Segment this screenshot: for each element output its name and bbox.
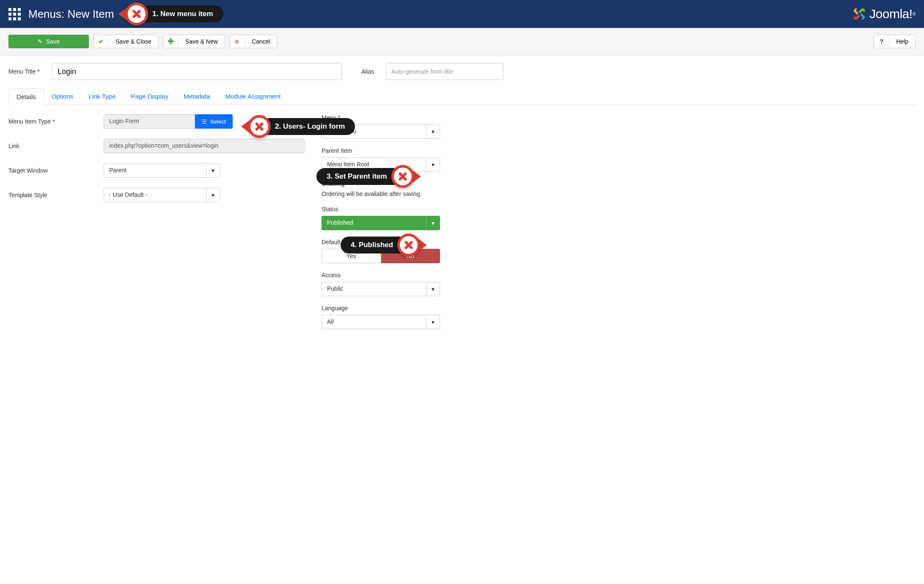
access-dropdown[interactable]: Public ▾ [322, 282, 440, 296]
joomla-logo: Joomla!® [851, 6, 916, 22]
default-page-yes[interactable]: Yes [322, 249, 381, 263]
menu-title-input[interactable] [52, 63, 342, 80]
chevron-down-icon: ▾ [426, 315, 440, 329]
save-button[interactable]: ✎ Save [8, 35, 89, 48]
tab-options[interactable]: Options [44, 88, 81, 105]
ordering-label: Ordering [322, 180, 440, 187]
chevron-down-icon: ▾ [206, 164, 220, 177]
chevron-down-icon: ▾ [426, 282, 440, 296]
menu-item-type-label: Menu Item Type * [8, 118, 104, 125]
tab-module-assignment[interactable]: Module Assignment [217, 88, 288, 105]
menu-dropdown[interactable]: Main Menu ▾ [322, 124, 440, 139]
language-label: Language [322, 305, 440, 311]
language-dropdown[interactable]: All ▾ [322, 315, 440, 329]
link-value: index.php?option=com_users&view=login [104, 139, 305, 153]
tab-details[interactable]: Details [8, 88, 44, 105]
access-label: Access [322, 272, 440, 278]
sidebar-toggle-icon[interactable] [8, 8, 21, 20]
page-title: Menus: New Item [28, 8, 114, 21]
parent-item-dropdown[interactable]: Menu Item Root ▾ [322, 157, 440, 172]
menu-item-type-select-button[interactable]: ☰ Select [195, 114, 233, 129]
help-button[interactable]: ? Help [874, 35, 916, 48]
default-page-radio: Yes No [322, 249, 440, 263]
save-close-button[interactable]: ✔ Save & Close [93, 35, 159, 48]
chevron-down-icon: ▾ [426, 125, 440, 138]
action-toolbar: ✎ Save ✔ Save & Close ✚ Save & New ⊗ Can… [0, 28, 924, 55]
chevron-down-icon: ▾ [426, 216, 440, 230]
cancel-button[interactable]: ⊗ Cancel [229, 35, 278, 48]
tab-metadata[interactable]: Metadata [176, 88, 218, 105]
target-window-label: Target Window [8, 167, 104, 174]
tab-page-display[interactable]: Page Display [124, 88, 176, 105]
default-page-no[interactable]: No [381, 249, 440, 263]
menu-label: Menu * [322, 114, 440, 121]
template-style-dropdown[interactable]: - Use Default - ▾ [104, 188, 220, 202]
status-dropdown[interactable]: Published ▾ [322, 216, 440, 230]
chevron-down-icon: ▾ [426, 158, 440, 171]
menu-title-label: Menu Title * [8, 68, 44, 75]
list-icon: ☰ [202, 118, 207, 125]
default-page-label: Default Page [322, 239, 440, 245]
chevron-down-icon: ▾ [206, 188, 220, 202]
menu-item-type-value: Login Form [104, 114, 195, 129]
admin-header: Menus: New Item Joomla!® [0, 0, 924, 28]
tabs: Details Options Link Type Page Display M… [8, 88, 916, 105]
alias-label: Alias [361, 68, 378, 75]
alias-input[interactable] [386, 63, 503, 80]
status-label: Status [322, 206, 440, 212]
ordering-text: Ordering will be available after saving. [322, 190, 440, 197]
parent-item-label: Parent Item [322, 147, 440, 154]
target-window-dropdown[interactable]: Parent ▾ [104, 163, 220, 178]
tab-link-type[interactable]: Link Type [81, 88, 124, 105]
link-label: Link [8, 143, 104, 149]
template-style-label: Template Style [8, 192, 104, 198]
save-new-button[interactable]: ✚ Save & New [163, 35, 225, 48]
